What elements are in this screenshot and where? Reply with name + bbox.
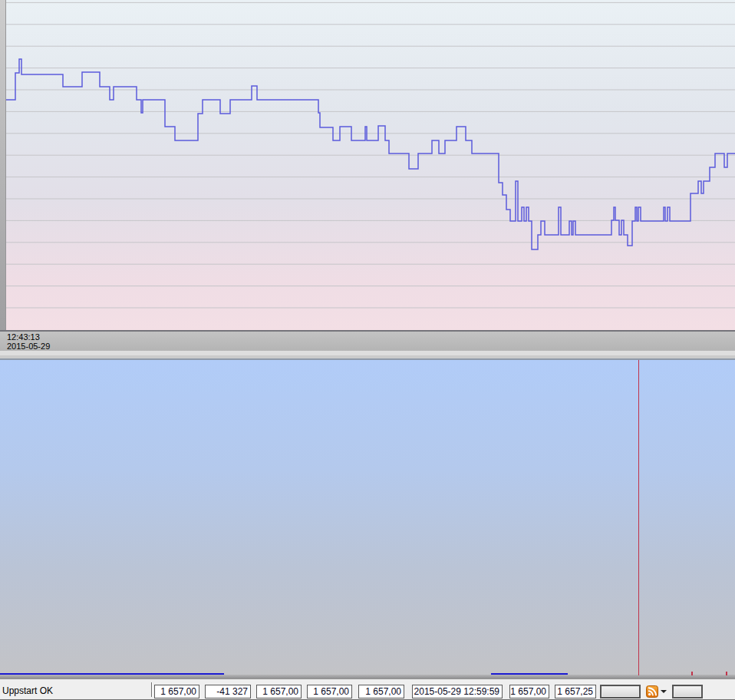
- time-axis-strip: 12:43:13 2015-05-29: [0, 330, 735, 351]
- status-bar: Uppstart OK 1 657,00 -41 327 1 657,00 1 …: [0, 679, 735, 700]
- status-field-net-change: -41 327: [205, 685, 251, 698]
- lower-chart-panel[interactable]: [0, 358, 735, 679]
- rss-feed-icon: [646, 685, 658, 698]
- event-tick-mark: [691, 672, 693, 675]
- trading-app-window: 12:43:13 2015-05-29 Uppstart OK 1 657,00…: [0, 0, 735, 700]
- status-field-last-price: 1 657,00: [154, 685, 199, 698]
- status-field-ask-price: 1 657,00: [307, 685, 352, 698]
- rss-dropdown-arrow-icon[interactable]: [661, 690, 667, 693]
- time-axis-date-label: 2015-05-29: [7, 342, 735, 351]
- status-field-price-b: 1 657,25: [555, 685, 596, 698]
- status-separator: [151, 682, 153, 697]
- status-field-bid-price: 1 657,00: [256, 685, 302, 698]
- status-message: Uppstart OK: [2, 685, 53, 696]
- activity-line-segment: [0, 673, 224, 675]
- event-tick-mark: [726, 672, 727, 675]
- status-indicator-box-left: [600, 685, 641, 698]
- price-chart-panel[interactable]: [0, 0, 735, 330]
- status-field-timestamp: 2015-05-29 12:59:59: [412, 685, 503, 698]
- status-indicator-box-right: [672, 685, 703, 698]
- status-field-trade-price: 1 657,00: [358, 685, 404, 698]
- time-cursor-line: [638, 360, 639, 675]
- activity-line-segment: [491, 673, 568, 675]
- chart-background: [0, 0, 735, 330]
- price-chart-svg[interactable]: [0, 0, 735, 330]
- rss-feed-button[interactable]: [646, 685, 669, 698]
- time-axis-time-label: 12:43:13: [7, 332, 735, 342]
- chart-left-border: [0, 0, 5, 330]
- panel-divider: [0, 351, 735, 358]
- status-field-price-a: 1 657,00: [509, 685, 549, 698]
